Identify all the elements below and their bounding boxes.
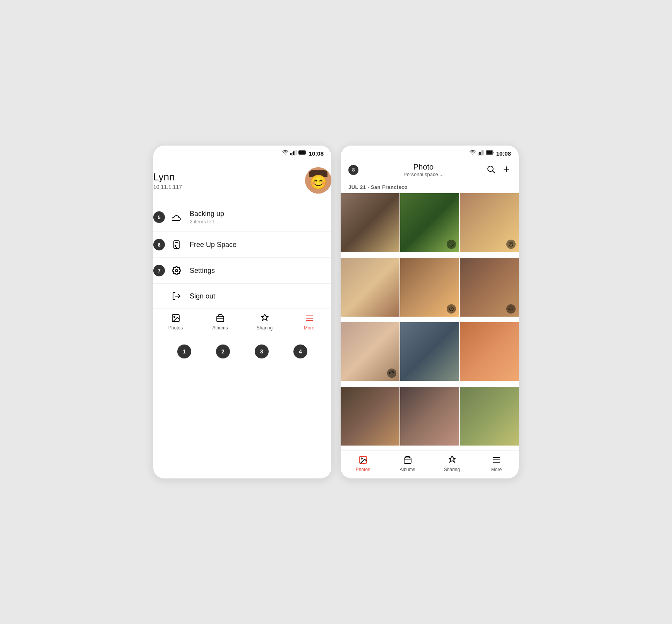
signal-icon-right: [478, 149, 484, 157]
svg-point-19: [472, 154, 473, 154]
svg-rect-2: [292, 152, 293, 155]
user-section: Lynn 10.11.1.117: [153, 159, 331, 203]
settings-icon: [171, 265, 182, 276]
footer-badge-1: 1: [177, 345, 191, 358]
backup-text: Backing up 2 items left ...: [190, 210, 331, 225]
upload-icon: [506, 240, 516, 249]
svg-rect-6: [299, 151, 305, 154]
more-icon-right: [491, 454, 502, 465]
date-label: JUL 21 · San Francisco: [341, 182, 519, 193]
warning-icon: [447, 304, 456, 314]
svg-rect-25: [486, 151, 492, 154]
status-time-left: 10:08: [309, 150, 324, 157]
bottom-nav-right: Photos Albums Sharing: [341, 450, 519, 478]
left-content: Lynn 10.11.1.117 5 Backing up 2 items le: [153, 159, 331, 309]
status-bar-left: 10:08: [153, 146, 331, 159]
user-name: Lynn: [153, 171, 182, 183]
nav-more-label-left: More: [304, 325, 314, 331]
search-button[interactable]: [486, 165, 495, 175]
photo-header: 8 Photo Personal space ⌄: [341, 159, 519, 182]
avatar[interactable]: [305, 167, 331, 194]
svg-rect-14: [217, 316, 224, 322]
nav-more-label-right: More: [491, 467, 502, 472]
svg-point-37: [361, 458, 362, 459]
nav-sharing-label-right: Sharing: [444, 467, 460, 472]
signout-title: Sign out: [190, 292, 331, 300]
nav-more-right[interactable]: More: [474, 454, 519, 472]
right-phone: 10:08 8 Photo Personal space ⌄: [341, 146, 519, 478]
user-ip: 10.11.1.117: [153, 184, 182, 190]
svg-rect-22: [481, 151, 482, 155]
svg-line-27: [493, 171, 495, 173]
status-icons-left: 10:08: [282, 149, 324, 157]
albums-icon-right: [402, 454, 413, 465]
free-space-title: Free Up Space: [190, 241, 331, 249]
svg-point-10: [175, 269, 178, 272]
nav-sharing-left[interactable]: Sharing: [242, 313, 287, 331]
menu-item-settings[interactable]: 7 Settings: [153, 258, 331, 284]
svg-rect-4: [295, 150, 296, 155]
photo-cell-2[interactable]: [400, 193, 459, 252]
svg-rect-1: [290, 153, 291, 155]
badge-6: 6: [153, 239, 165, 250]
svg-rect-38: [404, 458, 411, 463]
signal-icon: [290, 149, 297, 157]
menu-item-free-space[interactable]: 6 Free Up Space: [153, 232, 331, 258]
photos-icon-right: [358, 454, 369, 465]
photo-cell-6[interactable]: [460, 258, 519, 317]
svg-point-30: [449, 242, 454, 247]
svg-rect-21: [479, 152, 480, 155]
svg-point-13: [174, 316, 175, 317]
battery-icon-right: [486, 149, 494, 157]
photo-cell-8[interactable]: [400, 322, 459, 381]
chevron-down-icon: ⌄: [439, 171, 444, 177]
photo-header-center: Photo Personal space ⌄: [361, 163, 486, 177]
cloud-icon: [171, 212, 182, 223]
photo-cell-11[interactable]: [400, 387, 459, 446]
photo-cell-4[interactable]: [341, 258, 399, 317]
svg-rect-3: [293, 151, 295, 155]
nav-albums-left[interactable]: Albums: [198, 313, 242, 331]
menu-item-backup[interactable]: 5 Backing up 2 items left ...: [153, 203, 331, 232]
badge-7: 7: [153, 265, 165, 276]
backup-title: Backing up: [190, 210, 331, 218]
menu-item-signout[interactable]: Sign out: [153, 284, 331, 309]
backup-sub: 2 items left ...: [190, 219, 331, 225]
settings-text: Settings: [190, 267, 331, 275]
photo-grid: [341, 193, 519, 450]
more-icon-left: [304, 313, 315, 324]
spinner-icon: [447, 240, 456, 249]
sharing-icon-right: [447, 454, 458, 465]
footer-badges-left: 1 2 3 4: [153, 337, 331, 366]
svg-point-26: [488, 166, 493, 171]
bottom-nav-left: Photos Albums Sharing: [153, 309, 331, 337]
photo-cell-3[interactable]: [460, 193, 519, 252]
nav-albums-label-right: Albums: [399, 467, 415, 472]
status-time-right: 10:08: [496, 150, 511, 157]
cloud-icon-photo-6: [506, 304, 516, 314]
nav-photos-left[interactable]: Photos: [153, 313, 198, 331]
header-badge-area: 8: [348, 165, 361, 175]
nav-photos-label-right: Photos: [356, 467, 370, 472]
nav-more-left[interactable]: More: [287, 313, 331, 331]
add-button[interactable]: [502, 165, 511, 175]
nav-photos-label-left: Photos: [168, 325, 183, 331]
photo-cell-9[interactable]: [460, 322, 519, 381]
photo-cell-10[interactable]: [341, 387, 399, 446]
signout-text: Sign out: [190, 292, 331, 300]
albums-icon-left: [215, 313, 226, 324]
photo-space[interactable]: Personal space ⌄: [361, 171, 486, 177]
nav-sharing-right[interactable]: Sharing: [430, 454, 474, 472]
wifi-icon: [282, 149, 288, 157]
nav-albums-right[interactable]: Albums: [385, 454, 430, 472]
phones-container: 10:08 Lynn 10.11.1.117 5: [153, 146, 519, 478]
photo-cell-7[interactable]: [341, 322, 399, 381]
phone-icon: [171, 239, 182, 250]
photo-cell-12[interactable]: [460, 387, 519, 446]
signout-icon: [171, 291, 182, 302]
svg-rect-23: [482, 150, 483, 155]
sharing-icon-left: [259, 313, 270, 324]
photo-cell-1[interactable]: [341, 193, 399, 252]
photo-cell-5[interactable]: [400, 258, 459, 317]
nav-photos-right[interactable]: Photos: [341, 454, 385, 472]
